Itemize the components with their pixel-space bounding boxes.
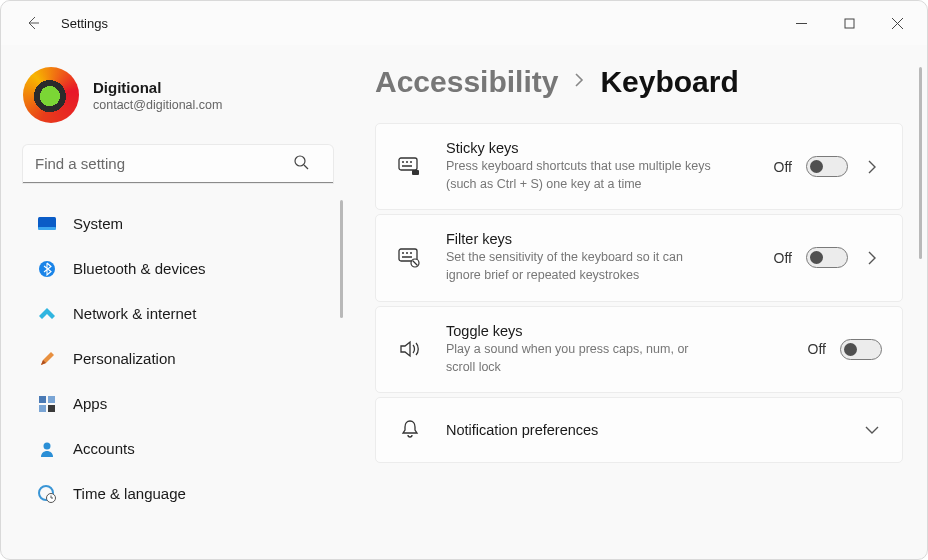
maximize-icon [844, 18, 855, 29]
search-container [23, 145, 339, 183]
brush-icon [37, 349, 57, 369]
main-scrollbar[interactable] [919, 67, 922, 259]
card-title: Notification preferences [446, 422, 598, 438]
setting-notification-preferences[interactable]: Notification preferences [375, 397, 903, 463]
main-content: Accessibility Keyboard Sticky keys Press… [351, 45, 927, 559]
setting-filter-keys[interactable]: Filter keys Set the sensitivity of the k… [375, 214, 903, 301]
titlebar: Settings [1, 1, 927, 45]
setting-toggle-keys[interactable]: Toggle keys Play a sound when you press … [375, 306, 903, 393]
toggle-state: Off [774, 250, 792, 266]
svg-rect-0 [845, 19, 854, 28]
chevron-down-icon[interactable] [862, 425, 882, 435]
sidebar-item-label: Accounts [73, 440, 135, 457]
sidebar-item-label: Apps [73, 395, 107, 412]
sidebar-item-label: Time & language [73, 485, 186, 502]
sidebar-item-label: System [73, 215, 123, 232]
sidebar-item-label: Personalization [73, 350, 176, 367]
apps-icon [37, 394, 57, 414]
sidebar-scrollbar[interactable] [340, 200, 343, 318]
svg-rect-3 [38, 227, 56, 230]
keyboard-filter-icon [396, 244, 424, 272]
setting-sticky-keys[interactable]: Sticky keys Press keyboard shortcuts tha… [375, 123, 903, 210]
close-icon [892, 18, 903, 29]
window-title: Settings [61, 16, 108, 31]
sidebar-item-time-language[interactable]: Time & language [23, 473, 339, 514]
chevron-right-icon[interactable] [862, 160, 882, 174]
card-description: Set the sensitivity of the keyboard so i… [446, 248, 716, 284]
breadcrumb: Accessibility Keyboard [375, 65, 903, 99]
card-title: Toggle keys [446, 323, 716, 339]
chevron-right-icon [572, 73, 586, 91]
svg-rect-8 [48, 405, 55, 412]
close-button[interactable] [873, 7, 921, 39]
globe-clock-icon [37, 484, 57, 504]
bell-icon [396, 416, 424, 444]
svg-rect-12 [399, 158, 417, 170]
card-description: Play a sound when you press caps, num, o… [446, 340, 716, 376]
search-icon [293, 154, 309, 174]
svg-rect-7 [39, 405, 46, 412]
breadcrumb-parent[interactable]: Accessibility [375, 65, 558, 99]
svg-rect-5 [39, 396, 46, 403]
search-input[interactable] [23, 145, 333, 183]
keyboard-sticky-icon [396, 153, 424, 181]
card-title: Filter keys [446, 231, 716, 247]
svg-point-9 [44, 442, 51, 449]
svg-rect-6 [48, 396, 55, 403]
filter-keys-toggle[interactable] [806, 247, 848, 268]
maximize-button[interactable] [825, 7, 873, 39]
toggle-state: Off [774, 159, 792, 175]
chevron-right-icon[interactable] [862, 251, 882, 265]
profile-name: Digitional [93, 79, 222, 96]
card-description: Press keyboard shortcuts that use multip… [446, 157, 716, 193]
wifi-icon [37, 304, 57, 324]
profile-email: contact@digitional.com [93, 98, 222, 112]
sidebar-item-apps[interactable]: Apps [23, 383, 339, 424]
svg-point-1 [295, 156, 305, 166]
minimize-button[interactable] [777, 7, 825, 39]
arrow-left-icon [25, 15, 41, 31]
page-title: Keyboard [600, 65, 738, 99]
sticky-keys-toggle[interactable] [806, 156, 848, 177]
sidebar-item-personalization[interactable]: Personalization [23, 338, 339, 379]
toggle-keys-toggle[interactable] [840, 339, 882, 360]
sidebar-nav: System Bluetooth & devices Network & int… [23, 203, 339, 518]
person-icon [37, 439, 57, 459]
sidebar-item-bluetooth[interactable]: Bluetooth & devices [23, 248, 339, 289]
sidebar-item-system[interactable]: System [23, 203, 339, 244]
sidebar-item-label: Network & internet [73, 305, 196, 322]
sidebar-item-network[interactable]: Network & internet [23, 293, 339, 334]
card-title: Sticky keys [446, 140, 716, 156]
sound-icon [396, 335, 424, 363]
sidebar-item-accounts[interactable]: Accounts [23, 428, 339, 469]
avatar [23, 67, 79, 123]
svg-rect-13 [412, 170, 419, 175]
sidebar-item-label: Bluetooth & devices [73, 260, 206, 277]
sidebar: Digitional contact@digitional.com System [1, 45, 351, 559]
display-icon [37, 214, 57, 234]
bluetooth-icon [37, 259, 57, 279]
back-button[interactable] [19, 9, 47, 37]
profile-block[interactable]: Digitional contact@digitional.com [23, 67, 339, 123]
settings-window: Settings Digitional contact@digitional.c… [0, 0, 928, 560]
toggle-state: Off [808, 341, 826, 357]
window-controls [777, 7, 921, 39]
minimize-icon [796, 18, 807, 29]
